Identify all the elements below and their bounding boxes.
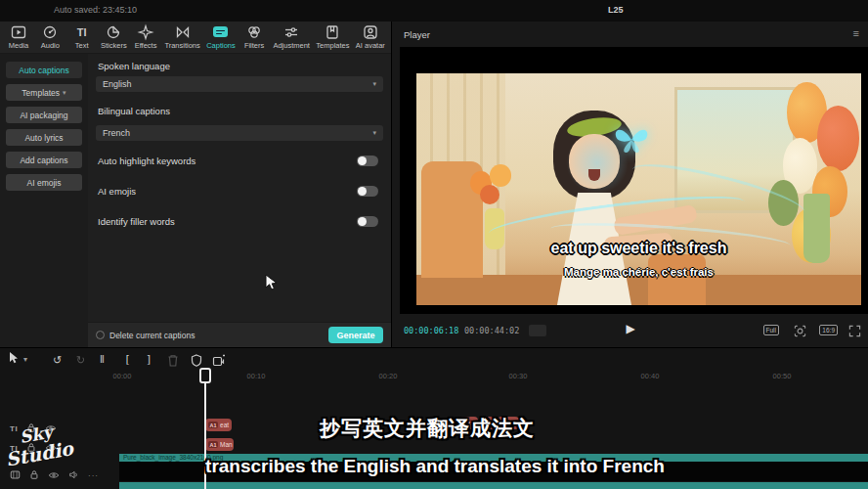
ruler-tick: 00:50: [773, 372, 792, 380]
mask-tool-icon[interactable]: [191, 351, 202, 369]
ruler-tick: 00:20: [379, 372, 398, 380]
sidebar-item-label: Templates: [22, 88, 60, 98]
toggle-knob: [358, 187, 367, 196]
tab-label: Text: [75, 41, 89, 50]
caption-clip[interactable]: A1 Man: [205, 438, 234, 451]
ruler-tick: 00:40: [641, 372, 660, 380]
scene-chair-back: [648, 254, 706, 305]
app-window: Auto saved: 23:45:10 L25 Media Audio TI …: [0, 0, 868, 489]
video-letterbox: eat up sweetie it's fresh Mange ma chéri…: [400, 47, 868, 314]
sidebar-item-label: AI packaging: [20, 111, 67, 120]
trim-right-button[interactable]: ]: [146, 351, 152, 369]
overlay-subtitle-chinese: 抄写英文并翻译成法文: [320, 415, 535, 442]
audio-strip[interactable]: [119, 482, 868, 489]
overwrite-tool-icon[interactable]: [212, 351, 226, 369]
captions-icon: [213, 26, 228, 37]
caption-clip-text: eat: [220, 422, 229, 428]
sidebar-item-ai-emojis[interactable]: AI emojis: [6, 174, 82, 191]
duration: 00:00:44:02: [464, 326, 519, 335]
track-head-video: ···: [10, 467, 99, 484]
caption-clip-badge: A1: [208, 422, 218, 428]
tab-templates[interactable]: Templates: [316, 24, 349, 50]
tab-filters[interactable]: Filters: [241, 24, 267, 50]
delete-button[interactable]: [167, 351, 179, 369]
sidebar-item-add-captions[interactable]: Add captions: [6, 152, 82, 168]
more-icon[interactable]: ···: [88, 471, 99, 480]
focus-icon[interactable]: [794, 324, 806, 341]
tool-ribbon: Media Audio TI Text Stickers Effects Tra…: [0, 22, 391, 54]
split-button[interactable]: Ⅱ: [100, 351, 105, 369]
play-button[interactable]: ▶: [626, 322, 634, 335]
video-preview[interactable]: eat up sweetie it's fresh Mange ma chéri…: [416, 73, 861, 305]
tab-media[interactable]: Media: [6, 24, 31, 50]
sidebar-item-label: Add captions: [20, 156, 67, 165]
sidebar-item-ai-packaging[interactable]: AI packaging: [6, 107, 82, 123]
current-time: 00:00:06:18: [404, 326, 458, 335]
scene-flower: [490, 164, 512, 187]
tab-stickers[interactable]: Stickers: [101, 24, 127, 50]
tab-audio[interactable]: Audio: [37, 24, 63, 50]
tab-label: Filters: [244, 41, 264, 50]
sidebar-item-label: Auto lyrics: [24, 133, 63, 143]
text-icon: TI: [77, 24, 87, 40]
caption-clip-text: Man: [220, 441, 233, 448]
tab-ai-avatar[interactable]: AI avatar: [356, 24, 385, 50]
spoken-language-label: Spoken language: [98, 61, 170, 71]
generate-button-label: Generate: [336, 331, 374, 340]
auto-captions-panel: Spoken language English ▾ Bilingual capt…: [88, 54, 391, 347]
tab-label: Media: [9, 41, 28, 50]
player-menu-icon[interactable]: ≡: [853, 27, 859, 39]
player-title: Player: [404, 29, 430, 40]
generate-button[interactable]: Generate: [328, 327, 383, 343]
bilingual-captions-select[interactable]: French ▾: [96, 125, 383, 141]
spoken-language-select[interactable]: English ▾: [96, 76, 383, 92]
tab-label: Templates: [316, 41, 349, 50]
eye-icon[interactable]: [48, 467, 60, 484]
caption-clip[interactable]: A1 eat: [205, 419, 232, 431]
tab-text[interactable]: TI Text: [69, 24, 95, 50]
sidebar-item-templates[interactable]: Templates▾: [6, 84, 82, 101]
trim-left-button[interactable]: [: [124, 351, 131, 369]
quality-badge[interactable]: Full: [763, 325, 779, 335]
delete-captions-checkbox[interactable]: [96, 331, 105, 339]
identify-filler-words-toggle[interactable]: [357, 216, 378, 227]
select-tool[interactable]: ▾: [8, 351, 27, 369]
sidebar-item-label: Auto captions: [19, 66, 69, 75]
stickers-icon: [106, 24, 121, 40]
player-panel: Player ≡: [391, 22, 868, 347]
chevron-down-icon[interactable]: ▾: [23, 351, 27, 369]
scene-flower: [480, 185, 499, 204]
ai-emojis-label: AI emojis: [98, 186, 136, 197]
auto-highlight-keywords-label: Auto highlight keywords: [98, 156, 195, 166]
speed-chip[interactable]: [529, 325, 546, 336]
spoken-language-value: English: [103, 79, 132, 89]
session-label: L25: [608, 5, 624, 15]
tab-adjustment[interactable]: Adjustment: [273, 24, 310, 50]
sidebar-item-label: AI emojis: [27, 178, 62, 188]
tab-captions[interactable]: Captions: [206, 24, 236, 50]
speaker-icon[interactable]: [68, 467, 79, 484]
auto-saved-status: Auto saved: 23:45:10: [54, 5, 137, 15]
chevron-down-icon: ▾: [63, 89, 66, 97]
butterfly-hologram: [612, 124, 651, 159]
chevron-down-icon: ▾: [372, 129, 376, 137]
ratio-badge[interactable]: 16:9: [819, 325, 838, 335]
video-caption-primary: eat up sweetie it's fresh: [416, 240, 861, 257]
undo-button[interactable]: ↺: [53, 351, 62, 369]
lock-icon[interactable]: [29, 467, 39, 484]
tab-effects[interactable]: Effects: [133, 24, 158, 50]
toggle-knob: [358, 156, 367, 165]
ai-emojis-toggle[interactable]: [357, 186, 378, 197]
filters-icon: [246, 24, 262, 40]
redo-button[interactable]: ↻: [76, 351, 85, 369]
tab-transitions[interactable]: Transitions: [164, 24, 199, 50]
scene-mouth: [588, 169, 600, 181]
playhead-handle[interactable]: [199, 368, 211, 383]
identify-filler-words-label: Identify filler words: [98, 216, 175, 227]
sidebar-item-auto-lyrics[interactable]: Auto lyrics: [6, 129, 82, 146]
chevron-down-icon: ▾: [372, 80, 376, 88]
sidebar-item-auto-captions[interactable]: Auto captions: [6, 62, 82, 78]
top-bar: Auto saved: 23:45:10 L25: [0, 0, 868, 22]
fullscreen-icon[interactable]: [848, 324, 861, 341]
auto-highlight-keywords-toggle[interactable]: [357, 156, 378, 166]
